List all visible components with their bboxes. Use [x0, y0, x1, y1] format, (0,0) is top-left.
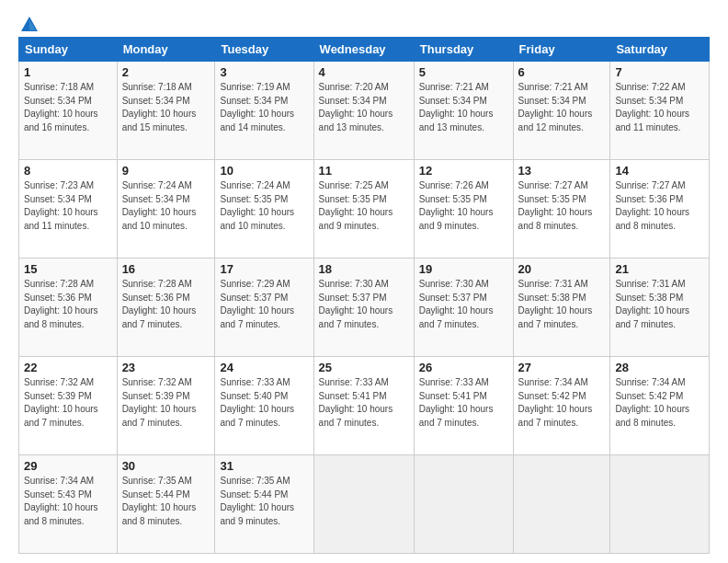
day-cell: 29Sunrise: 7:34 AMSunset: 5:43 PMDayligh… [19, 455, 118, 554]
day-info: Sunrise: 7:34 AMSunset: 5:43 PMDaylight:… [24, 475, 112, 528]
header-day-thursday: Thursday [414, 38, 513, 62]
day-info: Sunrise: 7:21 AMSunset: 5:34 PMDaylight:… [518, 81, 606, 134]
day-number: 30 [122, 459, 210, 473]
day-info: Sunrise: 7:35 AMSunset: 5:44 PMDaylight:… [122, 475, 210, 528]
calendar-header: SundayMondayTuesdayWednesdayThursdayFrid… [19, 38, 710, 62]
day-cell: 7Sunrise: 7:22 AMSunset: 5:34 PMDaylight… [610, 62, 710, 160]
day-cell: 3Sunrise: 7:19 AMSunset: 5:34 PMDaylight… [215, 62, 313, 160]
day-number: 20 [518, 262, 606, 276]
day-cell: 31Sunrise: 7:35 AMSunset: 5:44 PMDayligh… [215, 455, 313, 554]
day-number: 18 [319, 262, 409, 276]
day-number: 7 [615, 65, 704, 79]
week-row-3: 15Sunrise: 7:28 AMSunset: 5:36 PMDayligh… [19, 259, 710, 357]
day-number: 21 [615, 262, 704, 276]
day-cell: 6Sunrise: 7:21 AMSunset: 5:34 PMDaylight… [513, 62, 610, 160]
day-cell: 11Sunrise: 7:25 AMSunset: 5:35 PMDayligh… [313, 160, 414, 259]
day-cell: 9Sunrise: 7:24 AMSunset: 5:34 PMDaylight… [117, 160, 215, 259]
day-cell: 26Sunrise: 7:33 AMSunset: 5:41 PMDayligh… [414, 357, 513, 455]
day-cell: 18Sunrise: 7:30 AMSunset: 5:37 PMDayligh… [313, 259, 414, 357]
day-cell: 20Sunrise: 7:31 AMSunset: 5:38 PMDayligh… [513, 259, 610, 357]
day-info: Sunrise: 7:24 AMSunset: 5:34 PMDaylight:… [122, 179, 210, 233]
day-info: Sunrise: 7:25 AMSunset: 5:35 PMDaylight:… [319, 179, 409, 233]
day-cell: 28Sunrise: 7:34 AMSunset: 5:42 PMDayligh… [610, 357, 710, 455]
day-cell: 22Sunrise: 7:32 AMSunset: 5:39 PMDayligh… [19, 357, 118, 455]
day-number: 13 [518, 164, 606, 178]
header-day-monday: Monday [117, 38, 215, 62]
day-info: Sunrise: 7:35 AMSunset: 5:44 PMDaylight:… [220, 475, 308, 528]
day-number: 15 [24, 262, 112, 276]
day-cell: 16Sunrise: 7:28 AMSunset: 5:36 PMDayligh… [117, 259, 215, 357]
day-info: Sunrise: 7:34 AMSunset: 5:42 PMDaylight:… [615, 376, 704, 430]
day-number: 31 [220, 459, 308, 473]
day-info: Sunrise: 7:28 AMSunset: 5:36 PMDaylight:… [24, 278, 112, 331]
day-number: 9 [122, 164, 210, 178]
day-number: 11 [319, 164, 409, 178]
day-info: Sunrise: 7:29 AMSunset: 5:37 PMDaylight:… [220, 278, 308, 331]
week-row-2: 8Sunrise: 7:23 AMSunset: 5:34 PMDaylight… [19, 160, 710, 259]
day-cell: 1Sunrise: 7:18 AMSunset: 5:34 PMDaylight… [19, 62, 118, 160]
day-cell: 24Sunrise: 7:33 AMSunset: 5:40 PMDayligh… [215, 357, 313, 455]
day-cell: 15Sunrise: 7:28 AMSunset: 5:36 PMDayligh… [19, 259, 118, 357]
day-cell: 13Sunrise: 7:27 AMSunset: 5:35 PMDayligh… [513, 160, 610, 259]
day-number: 29 [24, 459, 112, 473]
day-number: 27 [518, 361, 606, 374]
day-info: Sunrise: 7:34 AMSunset: 5:42 PMDaylight:… [518, 376, 606, 430]
day-cell: 5Sunrise: 7:21 AMSunset: 5:34 PMDaylight… [414, 62, 513, 160]
day-cell: 8Sunrise: 7:23 AMSunset: 5:34 PMDaylight… [19, 160, 118, 259]
day-info: Sunrise: 7:18 AMSunset: 5:34 PMDaylight:… [24, 81, 112, 134]
header-day-saturday: Saturday [610, 38, 710, 62]
day-cell: 2Sunrise: 7:18 AMSunset: 5:34 PMDaylight… [117, 62, 215, 160]
day-number: 14 [615, 164, 704, 178]
day-number: 26 [419, 361, 508, 374]
day-info: Sunrise: 7:31 AMSunset: 5:38 PMDaylight:… [518, 278, 606, 331]
day-cell: 30Sunrise: 7:35 AMSunset: 5:44 PMDayligh… [117, 455, 215, 554]
day-cell: 23Sunrise: 7:32 AMSunset: 5:39 PMDayligh… [117, 357, 215, 455]
day-number: 22 [24, 361, 112, 374]
day-info: Sunrise: 7:22 AMSunset: 5:34 PMDaylight:… [615, 81, 704, 134]
day-cell [610, 455, 710, 554]
header-day-tuesday: Tuesday [215, 38, 313, 62]
day-number: 19 [419, 262, 508, 276]
day-info: Sunrise: 7:24 AMSunset: 5:35 PMDaylight:… [220, 179, 308, 233]
day-number: 5 [419, 65, 508, 79]
day-cell [313, 455, 414, 554]
day-number: 24 [220, 361, 308, 374]
day-info: Sunrise: 7:27 AMSunset: 5:36 PMDaylight:… [615, 179, 704, 233]
day-info: Sunrise: 7:32 AMSunset: 5:39 PMDaylight:… [24, 376, 112, 430]
day-number: 16 [122, 262, 210, 276]
calendar-body: 1Sunrise: 7:18 AMSunset: 5:34 PMDaylight… [19, 62, 710, 554]
day-cell: 27Sunrise: 7:34 AMSunset: 5:42 PMDayligh… [513, 357, 610, 455]
calendar-table: SundayMondayTuesdayWednesdayThursdayFrid… [18, 37, 710, 554]
day-number: 3 [220, 65, 308, 79]
day-cell: 17Sunrise: 7:29 AMSunset: 5:37 PMDayligh… [215, 259, 313, 357]
header [18, 17, 710, 31]
day-number: 12 [419, 164, 508, 178]
day-info: Sunrise: 7:30 AMSunset: 5:37 PMDaylight:… [419, 278, 508, 331]
day-number: 28 [615, 361, 704, 374]
day-info: Sunrise: 7:23 AMSunset: 5:34 PMDaylight:… [24, 179, 112, 233]
day-number: 10 [220, 164, 308, 178]
day-number: 17 [220, 262, 308, 276]
week-row-5: 29Sunrise: 7:34 AMSunset: 5:43 PMDayligh… [19, 455, 710, 554]
day-info: Sunrise: 7:19 AMSunset: 5:34 PMDaylight:… [220, 81, 308, 134]
week-row-1: 1Sunrise: 7:18 AMSunset: 5:34 PMDaylight… [19, 62, 710, 160]
day-info: Sunrise: 7:27 AMSunset: 5:35 PMDaylight:… [518, 179, 606, 233]
day-cell [513, 455, 610, 554]
header-row: SundayMondayTuesdayWednesdayThursdayFrid… [19, 38, 710, 62]
day-cell: 4Sunrise: 7:20 AMSunset: 5:34 PMDaylight… [313, 62, 414, 160]
day-info: Sunrise: 7:26 AMSunset: 5:35 PMDaylight:… [419, 179, 508, 233]
day-number: 25 [319, 361, 409, 374]
day-info: Sunrise: 7:32 AMSunset: 5:39 PMDaylight:… [122, 376, 210, 430]
day-number: 6 [518, 65, 606, 79]
day-number: 8 [24, 164, 112, 178]
day-number: 4 [319, 65, 409, 79]
day-info: Sunrise: 7:18 AMSunset: 5:34 PMDaylight:… [122, 81, 210, 134]
day-info: Sunrise: 7:28 AMSunset: 5:36 PMDaylight:… [122, 278, 210, 331]
day-cell: 12Sunrise: 7:26 AMSunset: 5:35 PMDayligh… [414, 160, 513, 259]
day-cell: 10Sunrise: 7:24 AMSunset: 5:35 PMDayligh… [215, 160, 313, 259]
day-info: Sunrise: 7:31 AMSunset: 5:38 PMDaylight:… [615, 278, 704, 331]
svg-marker-1 [29, 19, 36, 30]
page: SundayMondayTuesdayWednesdayThursdayFrid… [0, 0, 728, 563]
day-cell: 14Sunrise: 7:27 AMSunset: 5:36 PMDayligh… [610, 160, 710, 259]
day-info: Sunrise: 7:33 AMSunset: 5:41 PMDaylight:… [319, 376, 409, 430]
